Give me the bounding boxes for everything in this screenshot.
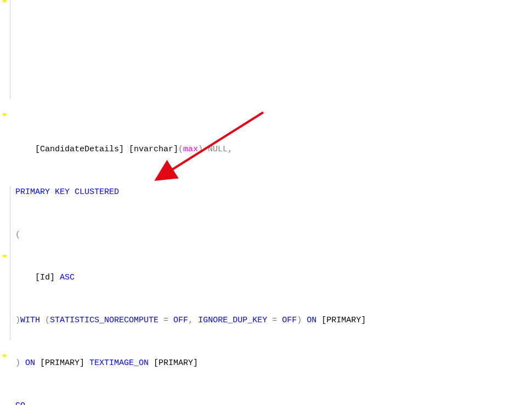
code-line[interactable]: [Id] ASC bbox=[15, 271, 532, 285]
code-line[interactable]: GO bbox=[15, 399, 532, 405]
code-line[interactable]: PRIMARY KEY CLUSTERED bbox=[15, 185, 532, 199]
code-line[interactable]: ) ON [PRIMARY] TEXTIMAGE_ON [PRIMARY] bbox=[15, 356, 532, 370]
code-line[interactable]: ( bbox=[15, 228, 532, 242]
code-area[interactable]: [CandidateDetails] [nvarchar](max) NULL,… bbox=[15, 114, 532, 405]
margin-gutter bbox=[0, 0, 8, 405]
sql-editor[interactable]: [CandidateDetails] [nvarchar](max) NULL,… bbox=[0, 0, 532, 405]
code-line[interactable]: [CandidateDetails] [nvarchar](max) NULL, bbox=[15, 142, 532, 157]
code-line[interactable]: )WITH (STATISTICS_NORECOMPUTE = OFF, IGN… bbox=[15, 313, 532, 328]
